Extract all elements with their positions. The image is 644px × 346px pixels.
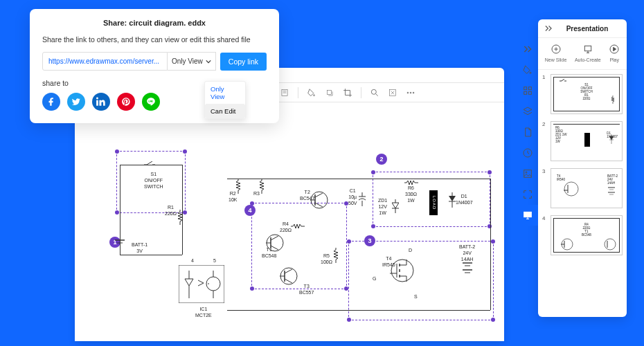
collapse-icon[interactable]	[544, 24, 553, 33]
slide-thumbnail-2[interactable]: R6 330Ω ZD1 1W 12V 1W D1 1N4007	[551, 121, 623, 161]
slide-number: 3	[542, 168, 548, 208]
svg-rect-63	[524, 212, 532, 217]
more-icon[interactable]	[406, 88, 415, 98]
shadow-icon[interactable]	[325, 88, 334, 98]
slide-thumbnail-1[interactable]: S1 ON/OFF SWITCH R1 220Ω	[551, 74, 623, 114]
slide-thumbnail-4[interactable]: R4 220Ω T1 BC548	[551, 215, 623, 255]
svg-line-28	[315, 203, 323, 207]
label-t4-g: G	[373, 276, 376, 282]
label-r6: R6 330Ω 1W	[405, 185, 417, 203]
note-icon[interactable]	[280, 88, 289, 98]
slides-list: 1 S1 ON/OFF SWITCH R1 220Ω 2 R6 330Ω ZD1…	[538, 70, 627, 260]
label-c1: C1 10µ 50V	[348, 188, 357, 206]
slide-item-2[interactable]: 2 R6 330Ω ZD1 1W 12V 1W D1 1N4007	[542, 121, 623, 161]
label-batt1: BATT-1 3V	[132, 242, 147, 255]
line-button[interactable]	[142, 93, 160, 111]
new-slide-label: New Slide	[545, 57, 567, 62]
image-icon[interactable]	[517, 163, 538, 184]
label-s1: S1 ON/OFF SWITCH	[144, 172, 163, 190]
auto-create-button[interactable]: Auto-Create	[575, 44, 601, 62]
crop-icon[interactable]	[343, 88, 352, 98]
svg-line-10	[147, 161, 152, 165]
svg-line-22	[271, 236, 278, 240]
label-d1: D1 1N4007	[456, 194, 473, 206]
optocoupler-glyph	[179, 265, 224, 303]
resistor-r3-glyph	[259, 179, 265, 195]
paint-bucket-icon[interactable]	[307, 88, 316, 98]
fit-icon[interactable]	[388, 88, 397, 98]
slide-number: 1	[542, 74, 548, 114]
paint-icon[interactable]	[517, 60, 538, 80]
slide-thumbnail-3[interactable]: T4 IR540 BATT-2 24V 14AH	[551, 168, 623, 208]
share-dialog: Share: circuit diagram. eddx Share the l…	[30, 9, 279, 123]
slide-number: 4	[542, 215, 548, 255]
svg-point-4	[371, 89, 376, 94]
resistor-r2-glyph	[235, 179, 241, 195]
battery2-glyph	[463, 260, 472, 281]
slide-item-3[interactable]: 3 T4 IR540 BATT-2 24V 14AH	[542, 168, 623, 208]
transistor-t1-glyph	[266, 234, 284, 252]
svg-rect-57	[528, 87, 531, 90]
slide-number: 2	[542, 121, 548, 161]
collapse-right-icon[interactable]	[517, 39, 538, 60]
play-button[interactable]: Play	[609, 44, 620, 62]
permission-option-can-edit[interactable]: Can Edit	[205, 104, 245, 118]
layers-icon[interactable]	[517, 101, 538, 122]
label-r5: R5 100Ω	[321, 253, 332, 266]
permission-option-only-view[interactable]: Only View	[205, 82, 245, 104]
label-ic1-pin5: 5	[213, 258, 216, 264]
page-icon[interactable]	[517, 122, 538, 143]
resistor-r6-glyph	[404, 180, 420, 185]
zoom-icon[interactable]	[370, 88, 379, 98]
label-r1: R1 220Ω	[165, 205, 177, 217]
svg-point-7	[410, 92, 411, 93]
svg-point-70	[564, 182, 578, 196]
selection-badge-3: 3	[364, 235, 375, 246]
label-ic1: IC1 MCT2E	[195, 307, 212, 319]
label-t4-d: D	[409, 248, 412, 254]
mosfet-t4-glyph	[390, 258, 415, 283]
svg-line-27	[315, 193, 323, 197]
canvas-area[interactable]: 1 2 3 4 S1 ON/OFF SWITCH R1 220Ω	[75, 102, 504, 341]
resistor-r1-glyph	[177, 210, 183, 226]
slide-item-4[interactable]: 4 R4 220Ω T1 BC548	[542, 215, 623, 255]
svg-point-8	[413, 92, 414, 93]
separator	[361, 87, 361, 98]
chevron-down-icon	[206, 59, 211, 64]
new-slide-button[interactable]: New Slide	[545, 44, 567, 62]
presentation-actions: New Slide Auto-Create Play	[538, 38, 627, 70]
play-label: Play	[609, 57, 619, 62]
presentation-header: Presentation	[538, 19, 627, 38]
svg-rect-65	[584, 46, 591, 51]
facebook-button[interactable]	[42, 93, 60, 111]
selection-badge-2: 2	[376, 154, 387, 165]
permission-select[interactable]: Only View	[168, 52, 216, 71]
permission-dropdown: Only View Can Edit	[204, 81, 246, 119]
label-load: LOAD	[429, 190, 438, 215]
svg-point-42	[391, 260, 413, 282]
presentation-icon[interactable]	[517, 205, 538, 226]
label-t3: T3 BC557	[299, 284, 314, 296]
share-description: Share the link to others, and they can v…	[42, 35, 267, 44]
svg-line-33	[285, 279, 292, 283]
diode-d1-glyph	[449, 192, 456, 208]
twitter-button[interactable]	[67, 93, 85, 111]
fullscreen-icon[interactable]	[517, 184, 538, 205]
zener-zd1-glyph	[392, 199, 399, 213]
capacitor-c1-glyph	[359, 192, 366, 206]
label-ic1-pin4: 4	[191, 258, 194, 264]
transistor-t3-glyph	[280, 267, 298, 285]
copy-link-button[interactable]: Copy link	[220, 53, 267, 71]
auto-create-label: Auto-Create	[575, 57, 601, 62]
linkedin-button[interactable]	[92, 93, 110, 111]
pinterest-button[interactable]	[117, 93, 135, 111]
svg-rect-59	[528, 91, 531, 94]
slide-item-1[interactable]: 1 S1 ON/OFF SWITCH R1 220Ω	[542, 74, 623, 114]
presentation-panel: Presentation New Slide Auto-Create Play …	[538, 19, 627, 317]
switch-glyph	[144, 161, 155, 168]
grid-apps-icon[interactable]	[517, 80, 538, 101]
label-t4-s: S	[414, 294, 418, 300]
right-icon-strip	[517, 39, 538, 226]
share-url-input[interactable]: https://www.edrawmax.com/server...	[42, 52, 168, 71]
history-icon[interactable]	[517, 143, 538, 163]
